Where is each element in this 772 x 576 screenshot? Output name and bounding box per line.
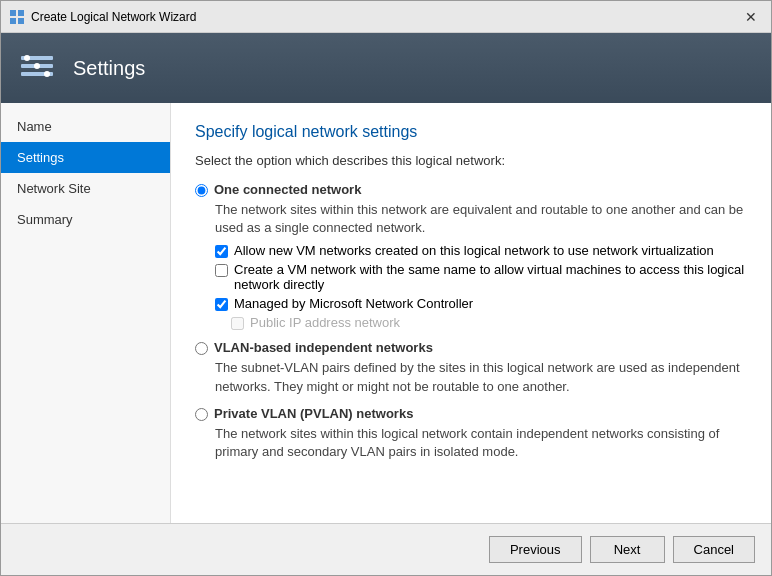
sidebar-item-name[interactable]: Name <box>1 111 170 142</box>
svg-point-9 <box>44 71 50 77</box>
title-bar: Create Logical Network Wizard ✕ <box>1 1 771 33</box>
next-button[interactable]: Next <box>590 536 665 563</box>
select-prompt: Select the option which describes this l… <box>195 153 747 168</box>
label-public-ip: Public IP address network <box>250 315 400 330</box>
desc-vlan-based: The subnet-VLAN pairs defined by the sit… <box>215 359 747 395</box>
content-area: Name Settings Network Site Summary Speci… <box>1 103 771 523</box>
radio-row-one-connected: One connected network <box>195 182 747 197</box>
svg-rect-0 <box>10 10 16 16</box>
main-title: Specify logical network settings <box>195 123 747 141</box>
checkbox-managed-ms[interactable] <box>215 298 228 311</box>
radio-row-private-vlan: Private VLAN (PVLAN) networks <box>195 406 747 421</box>
checkbox-public-ip <box>231 317 244 330</box>
svg-rect-3 <box>18 18 24 24</box>
app-icon <box>9 9 25 25</box>
svg-point-7 <box>24 55 30 61</box>
window-title: Create Logical Network Wizard <box>31 10 196 24</box>
sidebar-item-network-site[interactable]: Network Site <box>1 173 170 204</box>
label-create-vm[interactable]: Create a VM network with the same name t… <box>234 262 747 292</box>
main-panel: Specify logical network settings Select … <box>171 103 771 523</box>
previous-button[interactable]: Previous <box>489 536 582 563</box>
option-vlan-based: VLAN-based independent networks The subn… <box>195 340 747 395</box>
checkbox-row-create-vm: Create a VM network with the same name t… <box>215 262 747 292</box>
cancel-button[interactable]: Cancel <box>673 536 755 563</box>
label-managed-ms[interactable]: Managed by Microsoft Network Controller <box>234 296 473 311</box>
radio-private-vlan[interactable] <box>195 408 208 421</box>
checkbox-allow-vm[interactable] <box>215 245 228 258</box>
close-button[interactable]: ✕ <box>739 7 763 27</box>
svg-rect-2 <box>10 18 16 24</box>
desc-private-vlan: The network sites within this logical ne… <box>215 425 747 461</box>
desc-one-connected: The network sites within this network ar… <box>215 201 747 237</box>
svg-point-8 <box>34 63 40 69</box>
sidebar-item-summary[interactable]: Summary <box>1 204 170 235</box>
footer: Previous Next Cancel <box>1 523 771 575</box>
radio-one-connected[interactable] <box>195 184 208 197</box>
radio-vlan-based[interactable] <box>195 342 208 355</box>
header-banner: Settings <box>1 33 771 103</box>
checkbox-create-vm[interactable] <box>215 264 228 277</box>
label-one-connected[interactable]: One connected network <box>214 182 361 197</box>
checkbox-row-allow-vm: Allow new VM networks created on this lo… <box>215 243 747 258</box>
checkbox-row-public-ip: Public IP address network <box>231 315 747 330</box>
label-allow-vm[interactable]: Allow new VM networks created on this lo… <box>234 243 714 258</box>
title-bar-left: Create Logical Network Wizard <box>9 9 196 25</box>
svg-rect-1 <box>18 10 24 16</box>
settings-icon <box>17 48 57 88</box>
option-private-vlan: Private VLAN (PVLAN) networks The networ… <box>195 406 747 461</box>
sidebar-item-settings[interactable]: Settings <box>1 142 170 173</box>
wizard-window: Create Logical Network Wizard ✕ Settings… <box>0 0 772 576</box>
option-one-connected: One connected network The network sites … <box>195 182 747 330</box>
sidebar: Name Settings Network Site Summary <box>1 103 171 523</box>
label-private-vlan[interactable]: Private VLAN (PVLAN) networks <box>214 406 413 421</box>
radio-row-vlan-based: VLAN-based independent networks <box>195 340 747 355</box>
label-vlan-based[interactable]: VLAN-based independent networks <box>214 340 433 355</box>
header-title: Settings <box>73 57 145 80</box>
checkbox-row-managed-ms: Managed by Microsoft Network Controller <box>215 296 747 311</box>
